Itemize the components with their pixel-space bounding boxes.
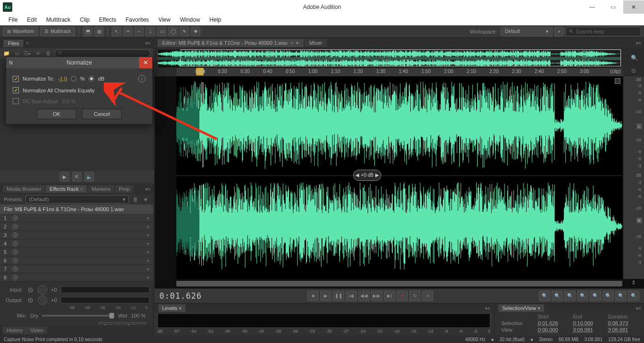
window-maximize-button[interactable]: ▭: [603, 0, 623, 14]
effect-slot-1[interactable]: 1⏻▸: [0, 214, 153, 222]
multitrack-mode-button[interactable]: ☰Multitrack: [40, 27, 75, 36]
presets-dropdown[interactable]: (Default)▾: [25, 195, 129, 204]
all-channels-checkbox[interactable]: ✔: [13, 87, 19, 93]
window-minimize-button[interactable]: —: [582, 0, 603, 14]
skip-start-button[interactable]: |◀: [346, 291, 357, 301]
view-duration-value[interactable]: 3:08.081: [605, 327, 640, 333]
power-icon[interactable]: ⏻: [12, 241, 18, 246]
zoom-out-vertical-icon[interactable]: 🔍: [590, 291, 601, 301]
output-gain-knob[interactable]: [38, 295, 47, 305]
chevron-down-icon[interactable]: ▾: [296, 40, 299, 46]
view-start-value[interactable]: 0:00.000: [535, 327, 570, 333]
waveform-container[interactable]: ◀+0 dB▶: [176, 76, 622, 279]
files-tab[interactable]: Files: [3, 39, 24, 47]
zoom-in-horizontal-icon[interactable]: 🔍: [539, 291, 550, 301]
effect-slot-2[interactable]: 2⏻▸: [0, 222, 153, 231]
mix-slider[interactable]: [42, 315, 114, 317]
properties-tab[interactable]: Prop: [115, 185, 133, 193]
skip-selection-button[interactable]: ⤭: [422, 291, 433, 301]
timecode-display[interactable]: 0:01.626: [159, 291, 202, 301]
input-power-icon[interactable]: ⏻: [26, 286, 34, 294]
normalize-to-checkbox[interactable]: ✔: [13, 76, 19, 82]
close-icon[interactable]: ×: [179, 305, 182, 311]
mixer-tab[interactable]: Mixer: [305, 39, 327, 47]
zoom-selection-out-icon[interactable]: 🔍: [615, 291, 627, 301]
window-close-button[interactable]: ✕: [623, 0, 644, 14]
move-tool-icon[interactable]: ↖: [112, 27, 121, 36]
info-icon[interactable]: i: [138, 75, 146, 82]
files-search-input[interactable]: [55, 49, 150, 57]
unit-db-radio[interactable]: [89, 76, 94, 82]
power-icon[interactable]: ⏻: [12, 249, 18, 255]
close-icon[interactable]: ×: [80, 186, 83, 192]
loop-button[interactable]: ↻: [409, 291, 421, 301]
volume-envelope-handle[interactable]: ◀+0 dB▶: [353, 170, 381, 181]
menu-file[interactable]: File: [4, 16, 22, 24]
effect-slot-6[interactable]: 6⏻▸: [0, 256, 153, 265]
dialog-close-button[interactable]: ✕: [139, 57, 152, 68]
close-icon[interactable]: ×: [290, 40, 293, 46]
panel-menu-icon[interactable]: ▾≡: [636, 41, 641, 46]
video-tab[interactable]: Video: [26, 327, 47, 334]
panel-menu-icon[interactable]: ▾≡: [145, 187, 150, 192]
menu-clip[interactable]: Clip: [75, 16, 94, 24]
navigator-icon[interactable]: ⊙: [629, 66, 638, 75]
zoom-in-vertical-icon[interactable]: 🔍: [577, 291, 588, 301]
workspace-menu-icon[interactable]: »: [554, 27, 564, 36]
dc-bias-checkbox[interactable]: [13, 98, 19, 104]
selection-view-tab[interactable]: Selection/View ×: [498, 304, 544, 312]
razor-tool-icon[interactable]: ✂: [123, 27, 132, 36]
effect-slot-4[interactable]: 4⏻▸: [0, 239, 153, 248]
effect-slot-7[interactable]: 7⏻▸: [0, 265, 153, 273]
zoom-selection-in-icon[interactable]: 🔍: [603, 291, 614, 301]
zoom-out-horizontal-icon[interactable]: 🔍: [552, 291, 563, 301]
menu-window[interactable]: Window: [175, 16, 205, 24]
levels-tab[interactable]: Levels ×: [158, 304, 185, 312]
history-tab[interactable]: History: [3, 327, 26, 334]
marquee-tool-icon[interactable]: ▭: [157, 27, 166, 36]
dialog-titlebar[interactable]: N Normalize ✕: [6, 57, 152, 68]
ok-button[interactable]: OK: [37, 109, 76, 119]
panel-menu-icon[interactable]: ▾≡: [145, 41, 150, 46]
media-browser-tab[interactable]: Media Browser: [3, 185, 45, 193]
stop-button[interactable]: ■: [307, 291, 319, 301]
favorite-preset-icon[interactable]: ★: [142, 196, 149, 203]
selection-duration-value[interactable]: 0:08.373: [605, 320, 640, 327]
effects-rack-tab[interactable]: Effects Rack ×: [46, 185, 87, 193]
preview-loop-button[interactable]: ⇱: [72, 172, 82, 181]
markers-tab[interactable]: Markers: [88, 185, 114, 193]
horizontal-scrollbar[interactable]: [176, 281, 622, 286]
zoom-overview-icon[interactable]: 🔍: [629, 53, 639, 63]
forward-button[interactable]: ▶▶: [371, 291, 382, 301]
cancel-button[interactable]: Cancel: [82, 109, 122, 119]
time-ruler[interactable]: hms ⬇ 0:100:200:300:400:501:001:101:201:…: [176, 68, 622, 77]
menu-help[interactable]: Help: [205, 16, 226, 24]
effect-slot-5[interactable]: 5⏻▸: [0, 248, 153, 256]
record-file-icon[interactable]: ▭: [13, 49, 21, 57]
open-file-icon[interactable]: 📁: [3, 49, 10, 57]
menu-multitrack[interactable]: Multitrack: [41, 16, 75, 24]
hud-toggle-icon[interactable]: ▤: [94, 27, 104, 36]
menu-effects[interactable]: Effects: [94, 16, 121, 24]
pause-button[interactable]: ❚❚: [333, 291, 344, 301]
overview-viewport-indicator[interactable]: [181, 49, 621, 66]
power-icon[interactable]: ⏻: [12, 258, 18, 263]
unit-percent-radio[interactable]: [71, 76, 76, 82]
scrollbar-thumb[interactable]: [176, 281, 622, 286]
input-gain-knob[interactable]: [38, 285, 47, 294]
output-power-icon[interactable]: ⏻: [26, 296, 34, 304]
trash-icon[interactable]: 🗑: [44, 49, 52, 57]
menu-favorites[interactable]: Favorites: [121, 16, 154, 24]
vertical-zoom-icon[interactable]: ⇕: [629, 278, 638, 287]
panel-menu-icon[interactable]: ▾≡: [485, 306, 490, 311]
view-end-value[interactable]: 3:08.081: [570, 327, 605, 333]
search-help-input[interactable]: Search Help: [566, 27, 641, 36]
play-button[interactable]: ▶: [320, 291, 331, 301]
power-icon[interactable]: ⏻: [12, 232, 18, 238]
selection-end-value[interactable]: 0:10.000: [570, 320, 605, 327]
normalize-to-value[interactable]: -1,0: [58, 76, 67, 82]
menu-edit[interactable]: Edit: [22, 16, 41, 24]
editor-file-tab[interactable]: Editor: M$ PuP$ & F1ns & T1One - Розы 48…: [157, 39, 304, 47]
heal-tool-icon[interactable]: ✚: [191, 27, 200, 36]
zoom-full-icon[interactable]: 🔍: [628, 291, 639, 301]
